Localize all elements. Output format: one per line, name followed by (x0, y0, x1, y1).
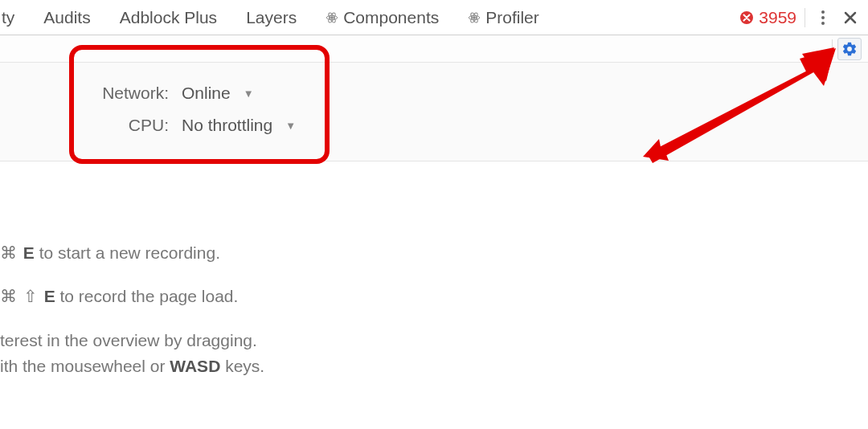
kbd: ⌘ (0, 243, 23, 262)
chevron-down-icon: ▼ (285, 120, 296, 132)
gear-icon (841, 41, 858, 57)
instruction-line-2: ⌘ ⇧ E to record the page load. (0, 285, 868, 308)
capture-settings-panel: Network: Online ▼ CPU: No throttling ▼ (0, 63, 868, 161)
separator (832, 39, 833, 59)
svg-point-10 (821, 16, 825, 19)
toolbar-row (0, 35, 868, 63)
cpu-label: CPU: (96, 116, 169, 135)
kbd-key: WASD (170, 357, 220, 375)
cpu-value: No throttling (182, 116, 272, 135)
svg-point-0 (331, 16, 334, 18)
error-count: 3959 (759, 8, 796, 27)
capture-settings-button[interactable] (837, 38, 862, 60)
error-icon (739, 10, 754, 25)
tab-adblock-plus[interactable]: Adblock Plus (105, 0, 231, 35)
tab-audits[interactable]: Audits (29, 0, 104, 35)
tab-components[interactable]: Components (311, 0, 453, 35)
kbd-key: E (23, 243, 35, 262)
tab-label: Audits (43, 8, 90, 27)
text: to start a new recording. (35, 243, 220, 262)
cpu-throttle-row: CPU: No throttling ▼ (96, 109, 868, 141)
svg-point-11 (821, 22, 825, 25)
network-select[interactable]: Online ▼ (182, 84, 254, 103)
network-throttle-row: Network: Online ▼ (96, 77, 868, 109)
text: ith the mousewheel or (0, 357, 170, 375)
devtools-tabstrip: ty Audits Adblock Plus Layers Components (0, 0, 868, 35)
separator (805, 8, 805, 27)
tab-label: ty (2, 8, 14, 27)
chevron-down-icon: ▼ (244, 88, 254, 100)
tab-label: Components (343, 8, 439, 27)
cpu-select[interactable]: No throttling ▼ (182, 116, 296, 135)
network-label: Network: (96, 84, 169, 103)
instruction-line-4: ith the mousewheel or WASD keys. (0, 355, 868, 378)
kbd-key: E (44, 287, 55, 305)
tab-list: ty Audits Adblock Plus Layers Components (0, 0, 739, 35)
instructions: ⌘ E to start a new recording. ⌘ ⇧ E to r… (0, 161, 868, 378)
text: keys. (220, 357, 264, 375)
react-atom-icon (326, 11, 338, 24)
tab-ty[interactable]: ty (0, 0, 29, 35)
text: to record the page load. (55, 287, 239, 305)
tab-layers[interactable]: Layers (231, 0, 311, 35)
tab-label: Profiler (485, 8, 539, 27)
tab-profiler[interactable]: Profiler (453, 0, 554, 35)
svg-point-9 (821, 10, 825, 14)
network-value: Online (182, 84, 231, 103)
tab-label: Adblock Plus (120, 8, 217, 27)
react-atom-icon (468, 11, 481, 24)
tabstrip-right-controls: 3959 (739, 8, 865, 27)
more-menu-button[interactable] (813, 8, 833, 27)
error-counter[interactable]: 3959 (739, 8, 796, 27)
close-devtools-button[interactable] (841, 8, 860, 27)
instruction-line-1: ⌘ E to start a new recording. (0, 242, 868, 264)
tab-label: Layers (246, 8, 297, 27)
instruction-line-3: terest in the overview by dragging. (0, 329, 868, 352)
kbd: ⌘ ⇧ (0, 287, 44, 305)
svg-point-4 (473, 16, 476, 18)
